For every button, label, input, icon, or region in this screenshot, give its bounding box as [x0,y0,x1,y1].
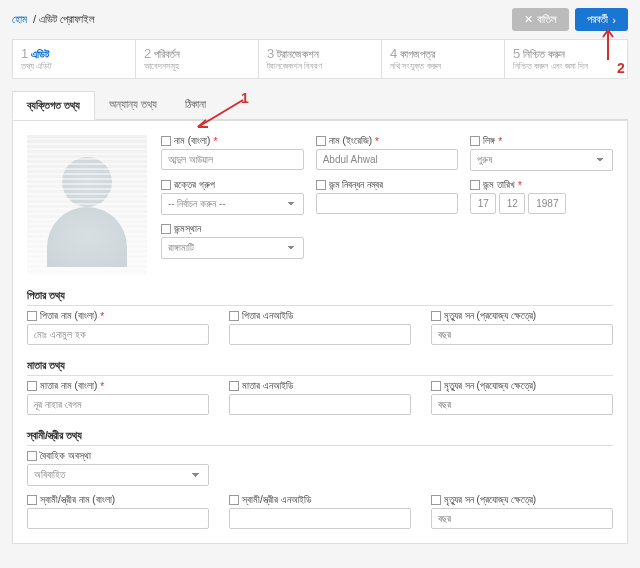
stepper: 1 এডিটতথ্য এডিট 2 পরিবর্তনআবেদনসমূহ 3 ট্… [12,39,628,79]
checkbox-birth-reg[interactable] [316,180,326,190]
checkbox-mother-name[interactable] [27,381,37,391]
breadcrumb-current: এডিট প্রোফাইল [39,13,95,25]
input-spouse-name[interactable] [27,508,209,529]
checkbox-spouse-name[interactable] [27,495,37,505]
section-spouse: স্বামী/স্ত্রীর তথ্য [27,429,613,446]
field-name-bn: নাম (বাংলা)* [161,135,304,171]
input-dob-day[interactable] [470,193,496,214]
checkbox-mother-death[interactable] [431,381,441,391]
avatar [27,135,147,275]
checkbox-mother-nid[interactable] [229,381,239,391]
step-change[interactable]: 2 পরিবর্তনআবেদনসমূহ [136,40,259,78]
next-button[interactable]: পরবর্তী› [575,8,628,31]
field-birthplace: জন্মস্থান রাঙ্গামাটি [161,223,304,259]
input-birth-reg[interactable] [316,193,459,214]
step-confirm[interactable]: 5 নিশ্চিত করুননিশ্চিত করুন এবং জমা দিন [505,40,627,78]
field-blood: রক্তের গ্রুপ -- নির্বাচন করুন -- [161,179,304,215]
header-actions: ✕বাতিল পরবর্তী› [512,8,628,31]
input-name-en[interactable] [316,149,459,170]
input-mother-death[interactable] [431,394,613,415]
breadcrumb: হোম / এডিট প্রোফাইল [12,13,95,26]
checkbox-father-name[interactable] [27,311,37,321]
tab-personal[interactable]: ব্যক্তিগত তথ্য [12,91,95,120]
cancel-button[interactable]: ✕বাতিল [512,8,569,31]
step-transaction[interactable]: 3 ট্রানজেকশনট্রানজেকশন বিবরণ [259,40,382,78]
checkbox-spouse-nid[interactable] [229,495,239,505]
input-dob-year[interactable] [528,193,566,214]
checkbox-name-bn[interactable] [161,136,171,146]
input-mother-nid[interactable] [229,394,411,415]
breadcrumb-home[interactable]: হোম [12,13,27,25]
input-father-name[interactable] [27,324,209,345]
input-dob-month[interactable] [499,193,525,214]
chevron-right-icon: › [612,14,616,26]
select-birthplace[interactable]: রাঙ্গামাটি [161,237,304,259]
field-birth-reg: জন্ম নিবন্ধন নম্বর [316,179,459,215]
page-header: হোম / এডিট প্রোফাইল ✕বাতিল পরবর্তী› [0,0,640,39]
section-father: পিতার তথ্য [27,289,613,306]
cancel-icon: ✕ [524,13,533,26]
input-name-bn[interactable] [161,149,304,170]
input-spouse-death[interactable] [431,508,613,529]
checkbox-father-death[interactable] [431,311,441,321]
checkbox-blood[interactable] [161,180,171,190]
step-documents[interactable]: 4 কাগজপত্রনথি সংযুক্ত করুন [382,40,505,78]
input-spouse-nid[interactable] [229,508,411,529]
input-mother-name[interactable] [27,394,209,415]
checkbox-spouse-death[interactable] [431,495,441,505]
form-panel: নাম (বাংলা)* নাম (ইংরেজি)* লিঙ্গ* পুরুষ … [12,120,628,544]
checkbox-marital[interactable] [27,451,37,461]
select-gender[interactable]: পুরুষ [470,149,613,171]
tab-other[interactable]: অন্যান্য তথ্য [95,91,171,119]
checkbox-gender[interactable] [470,136,480,146]
select-blood[interactable]: -- নির্বাচন করুন -- [161,193,304,215]
field-name-en: নাম (ইংরেজি)* [316,135,459,171]
checkbox-father-nid[interactable] [229,311,239,321]
field-gender: লিঙ্গ* পুরুষ [470,135,613,171]
field-dob: জন্ম তারিখ* [470,179,613,215]
checkbox-dob[interactable] [470,180,480,190]
step-edit[interactable]: 1 এডিটতথ্য এডিট [13,40,136,78]
section-mother: মাতার তথ্য [27,359,613,376]
tabs: ব্যক্তিগত তথ্য অন্যান্য তথ্য ঠিকানা [12,91,628,120]
checkbox-name-en[interactable] [316,136,326,146]
tab-address[interactable]: ঠিকানা [171,91,220,119]
input-father-death[interactable] [431,324,613,345]
input-father-nid[interactable] [229,324,411,345]
checkbox-birthplace[interactable] [161,224,171,234]
select-marital[interactable]: অবিবাহিত [27,464,209,486]
